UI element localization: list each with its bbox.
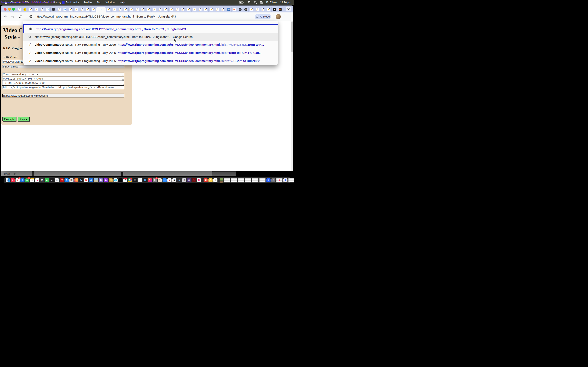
scrollbar-thumb[interactable] [291,21,293,52]
tab-pencil[interactable] [209,7,214,12]
tab-sdark[interactable]: S [272,7,277,12]
dock-app-blue[interactable]: ✦ [267,178,270,182]
dock-quicktime[interactable]: Q [143,178,147,182]
dock-firefox[interactable] [74,178,78,182]
links-textarea[interactable]: http://wikipedia.org/wiki/Oualata , http… [2,85,124,89]
control-center-icon[interactable] [260,1,263,4]
dock-stickies[interactable]: ✎ [213,178,217,182]
dock-calendar[interactable]: 7 [123,178,127,182]
dock-appstore[interactable]: A [65,178,69,182]
dock-photo-garden[interactable] [220,178,223,183]
tab-pencil[interactable] [214,7,220,12]
page-scrollbar[interactable] [291,21,293,171]
tab-pencil[interactable] [79,7,85,12]
profile-avatar[interactable] [276,14,281,19]
tab-pencil[interactable] [68,7,73,12]
dock-news[interactable]: N [84,178,88,182]
menu-bookmarks[interactable]: Bookmarks [63,1,81,4]
suggestion-history-row[interactable]: Video Commentary or Notes - RJM Programm… [23,57,278,65]
tab-pencil[interactable] [106,7,112,12]
example-button[interactable]: Example [2,117,16,121]
tab-tooth[interactable]: ∩ [51,7,56,12]
chrome-menu-icon[interactable] [284,14,285,17]
video-details-summary[interactable]: ▼ Video ... [3,55,20,59]
dock-prism-triangle[interactable]: ▲ [167,178,172,182]
tab-pencil[interactable] [91,7,96,12]
dock-textedit[interactable]: ≡ [55,178,59,182]
tab-pencil[interactable] [73,7,79,12]
tab-pencil[interactable] [186,7,191,12]
ai-mode-button[interactable]: AI Mode [255,14,271,19]
tab-pencil[interactable] [34,7,39,12]
play-button[interactable]: Play ▶ [18,117,29,121]
wifi-icon[interactable] [247,1,251,4]
dock-doc-page[interactable] [138,178,142,182]
menu-chrome[interactable]: Chrome [8,1,23,4]
tab-pencil[interactable] [180,7,186,12]
tab-pencil[interactable] [174,7,180,12]
tab-pencil[interactable] [249,7,254,12]
commentary-textarea[interactable]: Your commentary or note [2,73,124,76]
tab-pencil[interactable] [39,7,45,12]
menu-file[interactable]: File [23,1,31,4]
tab-pencil[interactable] [254,7,260,12]
dock-phone-keypad[interactable]: ▦ [69,178,73,182]
tab-pencil[interactable] [197,7,203,12]
battery-icon[interactable] [239,1,244,4]
dock-settings[interactable]: ⚙1 [153,178,157,182]
dock-terminal-2[interactable]: >_ [118,178,122,182]
tab-pencil[interactable] [163,7,169,12]
tab-odark[interactable]: O [277,7,283,12]
tab-pencil[interactable] [151,7,157,12]
tab-search-button[interactable] [286,7,291,11]
zoom-window-button[interactable] [12,8,15,11]
dock-minimized-window[interactable] [245,178,251,183]
tab-chromedark[interactable]: ◎ [243,7,249,12]
address-bar-url[interactable]: https://www.rjmprogramming.com.au/HTMLCS… [35,15,176,18]
tab-pencil[interactable] [203,7,209,12]
dock-tooth-light[interactable]: ∩ [271,178,276,182]
back-button[interactable] [3,15,8,19]
tab-check[interactable]: ✓ [22,7,28,12]
forward-button[interactable] [11,15,15,19]
dock-minimized-window[interactable] [252,178,259,183]
dock-roulette[interactable]: ◎ [192,178,196,182]
dock-opera[interactable]: O [197,178,201,182]
tab-google[interactable]: G [45,7,51,12]
tab-pencil[interactable] [260,7,266,12]
dock-launchpad[interactable]: ⊞ [40,178,44,182]
tab-pencil[interactable] [134,7,140,12]
dock-minimized-window[interactable] [259,178,266,183]
tab-pencil[interactable] [123,7,129,12]
suggestion-history-row[interactable]: Video Commentary or Notes - RJM Programm… [23,49,278,57]
dock-intellij[interactable]: IJ [148,178,152,182]
menu-view[interactable]: View [40,1,51,4]
start-times-textarea[interactable]: 0.001,10.000,27.000,47.000 [2,77,124,81]
tab-sap[interactable]: SAP [226,7,232,12]
apple-menu-icon[interactable] [3,1,8,4]
tab-pencil[interactable] [169,7,174,12]
end-times-textarea[interactable]: 10.000,22.000,45.000,57.000 [2,81,124,85]
dock-iphone-mirroring[interactable]: ▯ [182,178,186,182]
tab-gmail[interactable]: M [232,7,237,12]
menu-history[interactable]: History [51,1,63,4]
suggestion-google-search[interactable]: https://www.rjmprogramming.com.au/HTMLCS… [23,33,278,41]
dock-photos-red[interactable]: ▣ [204,178,208,182]
dock-paint-palette[interactable]: ✎ [158,178,162,182]
dock-mini-window[interactable] [288,178,294,183]
dock-minimized-window[interactable] [238,178,244,183]
menu-edit[interactable]: Edit [31,1,40,4]
dock-facetime[interactable]: ▶ [45,178,49,182]
dock-books[interactable]: ▤ [109,178,113,182]
menu-window[interactable]: Window [103,1,117,4]
tab-pencil[interactable] [283,7,284,12]
menu-profiles[interactable]: Profiles [81,1,95,4]
spotlight-search-icon[interactable] [254,1,257,4]
tab-chromedark[interactable]: ◎ [237,7,243,12]
tab-pencil[interactable] [28,7,34,12]
dock-freeform[interactable]: ∿ [35,178,39,182]
dock-safari[interactable]: ✦ [113,178,118,182]
dock-keep-bulb[interactable]: ○ [208,178,213,182]
tab-pencil[interactable] [191,7,197,12]
dock-notes[interactable]: ≡ [30,178,34,182]
